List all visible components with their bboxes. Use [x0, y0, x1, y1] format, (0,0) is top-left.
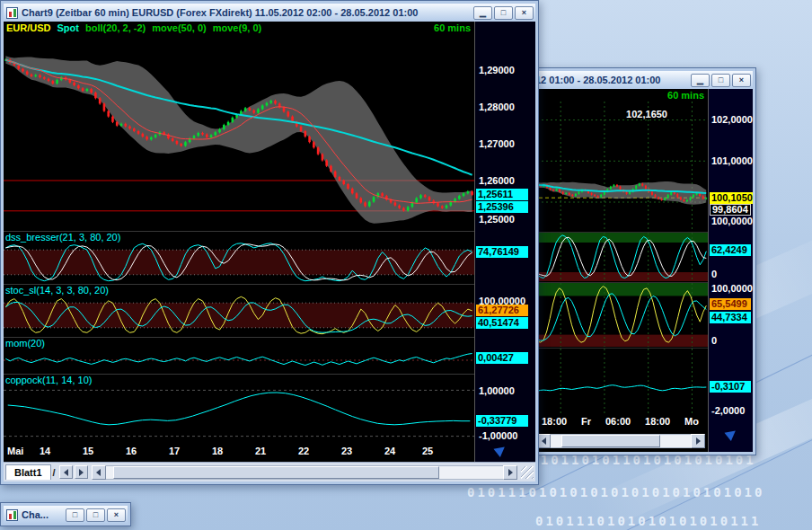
- indicator-pane-1[interactable]: [533, 232, 708, 281]
- date-axis-label: 15: [83, 446, 93, 456]
- last-price-box: 1,25611: [476, 189, 528, 200]
- price-axis-label: 1,25000: [479, 214, 515, 225]
- close-button[interactable]: ×: [732, 74, 751, 87]
- horizontal-scrollbar[interactable]: [92, 465, 517, 480]
- wallpaper-binary-text: 0101110101010101010111: [535, 514, 761, 528]
- date-axis: Mai 14 15 16 17 18 21 22 23 24 25: [4, 446, 474, 457]
- arrow-left-icon: [96, 469, 101, 476]
- window-titlebar[interactable]: 12 01:00 - 28.05.2012 01:00 ▁ □ ×: [533, 71, 753, 89]
- indicator-value-box: 61,27726: [476, 305, 528, 316]
- indicator-value-box: 40,51474: [476, 317, 528, 329]
- date-axis-label: 22: [298, 446, 309, 456]
- scrollbar-thumb[interactable]: [113, 466, 439, 479]
- axis-label: -1,00000: [479, 430, 517, 442]
- last-price-box: 100,1050: [710, 192, 753, 204]
- scroll-left-button[interactable]: [92, 465, 106, 480]
- tab-scroll-right-button[interactable]: [75, 465, 88, 479]
- minimize-button[interactable]: ▁: [473, 6, 492, 20]
- momentum-indicator-pane[interactable]: [4, 348, 474, 373]
- date-axis-label: 14: [40, 446, 50, 456]
- arrow-right-icon: [508, 469, 513, 476]
- date-axis-label: 18: [212, 446, 223, 456]
- time-axis-label: 18:00: [645, 416, 670, 428]
- arrow-right-icon: [696, 437, 701, 445]
- price-axis-label: 1,29000: [479, 65, 515, 76]
- close-button[interactable]: ×: [515, 6, 534, 20]
- price-chart[interactable]: [533, 102, 708, 231]
- arrow-right-icon: [79, 469, 84, 476]
- date-axis-label: 25: [422, 446, 433, 456]
- main-chart-window: Chart9 (Zeitbar 60 min) EURUSD (Forex FX…: [0, 0, 539, 485]
- window-titlebar[interactable]: Cha... □ □ ×: [4, 506, 128, 524]
- scrollbar-track[interactable]: [551, 434, 691, 448]
- sheet-tab-bar: Blatt1 /: [4, 462, 535, 481]
- maximize-button[interactable]: □: [86, 508, 105, 522]
- window-title: Cha...: [22, 509, 64, 520]
- tab-scroll-left-button[interactable]: [59, 465, 73, 479]
- minimize-button[interactable]: ▁: [691, 74, 710, 87]
- price-chart[interactable]: [4, 36, 474, 230]
- price-axis-label: 1,28000: [479, 102, 515, 113]
- indicator-pane-3[interactable]: [533, 348, 708, 415]
- time-axis-label: 06:00: [605, 416, 631, 428]
- chart-window-icon: [6, 509, 18, 521]
- indicator-value-box: 44,7334: [710, 312, 751, 323]
- timeframe-label: 60 mins: [4, 22, 471, 33]
- desktop: 010101011010101010 101010110101101010101…: [0, 0, 812, 530]
- indicator-pane-2[interactable]: [533, 282, 708, 347]
- window-titlebar[interactable]: Chart9 (Zeitbar 60 min) EURUSD (Forex FX…: [4, 4, 535, 22]
- stochastic-indicator-pane[interactable]: [4, 295, 474, 336]
- time-axis: 18:00 Fr 06:00 18:00 Mo: [533, 416, 708, 428]
- scroll-right-button[interactable]: [691, 434, 705, 448]
- dss-indicator-pane[interactable]: [4, 242, 474, 283]
- scrollbar-thumb[interactable]: [561, 435, 659, 447]
- indicator-value-box: -0,33779: [476, 415, 528, 427]
- indicator-value-box: -0,3107: [710, 381, 751, 393]
- sheet-tab-blatt1[interactable]: Blatt1: [5, 464, 51, 480]
- indicator-label-dss: dss_bresser(21, 3, 80, 20): [4, 231, 474, 242]
- time-axis-label: Fr: [581, 416, 591, 428]
- timeframe-label: 60 mins: [533, 90, 704, 101]
- maximize-button[interactable]: □: [711, 74, 730, 87]
- close-button[interactable]: ×: [107, 508, 126, 522]
- window-title: 12 01:00 - 28.05.2012 01:00: [535, 75, 689, 85]
- price-axis-label: 102,0000: [711, 114, 753, 126]
- maximize-button[interactable]: □: [494, 6, 513, 20]
- resize-grip[interactable]: [521, 466, 534, 479]
- scrollbar-track[interactable]: [106, 465, 503, 480]
- time-axis-label: Mo: [684, 416, 699, 428]
- indicator-label-stoc: stoc_sl(14, 3, 3, 80, 20): [4, 284, 474, 295]
- date-axis-label: 24: [384, 446, 395, 456]
- horizontal-scrollbar[interactable]: [536, 434, 705, 448]
- restore-button[interactable]: □: [66, 508, 84, 522]
- time-axis-label: 18:00: [542, 416, 567, 428]
- date-axis-label: 23: [341, 446, 352, 456]
- period-high-label: 102,1650: [533, 109, 667, 119]
- price-axis-column: 102,0000 101,0000 100,1050 99,8604 100,0…: [708, 89, 753, 452]
- axis-label: -2,0000: [711, 405, 745, 417]
- price-axis-label: 1,27000: [479, 138, 515, 150]
- indicator-value-box: 0,00427: [476, 352, 528, 364]
- minimized-chart-window: Cha... □ □ ×: [0, 502, 131, 526]
- bid-price-box: 99,8604: [710, 204, 751, 216]
- axis-label: 100,0000: [711, 283, 753, 295]
- chart-window-icon: [6, 7, 18, 19]
- price-axis-label: 101,0000: [711, 155, 753, 167]
- arrow-left-icon: [542, 437, 546, 445]
- window-title: Chart9 (Zeitbar 60 min) EURUSD (Forex FX…: [22, 7, 472, 18]
- date-axis-label: 16: [126, 446, 137, 456]
- indicator-label-mom: mom(20): [4, 337, 474, 348]
- coppock-indicator-pane[interactable]: [4, 384, 474, 442]
- tab-divider: /: [53, 467, 56, 478]
- indicator-label-coppock: coppock(11, 14, 10): [4, 374, 474, 384]
- date-axis-label: 17: [169, 446, 180, 456]
- date-axis-label: Mai: [7, 446, 23, 456]
- axis-zero-label: 0: [711, 335, 717, 347]
- wallpaper-binary-text: 01011101010101010101010101010: [467, 485, 764, 499]
- chart-client-area: 60 mins 102,1650 102,0000 101,0000 100,1…: [533, 89, 753, 452]
- arrow-left-icon: [64, 469, 68, 476]
- scroll-right-button[interactable]: [503, 465, 517, 480]
- axis-label: 1,00000: [479, 385, 515, 397]
- price-axis-column: 1,29000 1,28000 1,27000 1,26000 1,25000 …: [474, 22, 535, 462]
- bid-price-box: 1,25396: [476, 201, 528, 213]
